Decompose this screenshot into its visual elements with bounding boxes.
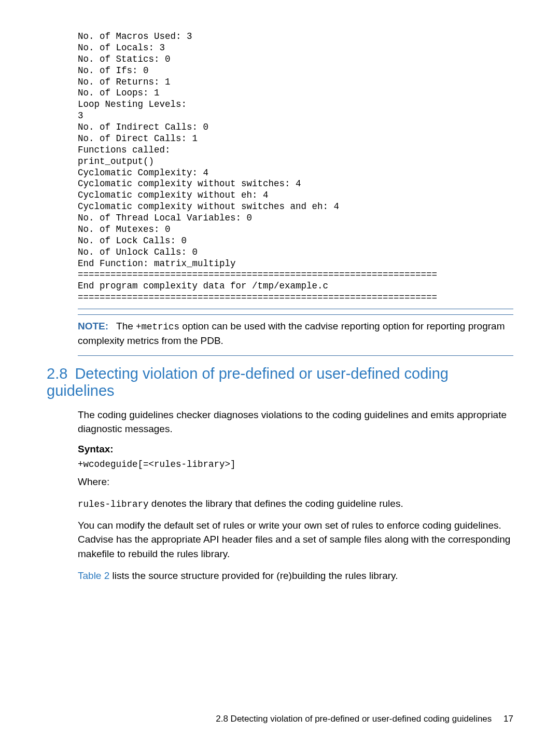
section-title: Detecting violation of pre-defined or us… bbox=[47, 365, 449, 399]
page-number: 17 bbox=[503, 714, 513, 724]
table-post-text: lists the source structure provided for … bbox=[109, 570, 398, 581]
syntax-label: Syntax: bbox=[78, 444, 513, 455]
page-footer: 2.8 Detecting violation of pre-defined o… bbox=[216, 714, 513, 724]
syntax-code: +wcodeguide[=<rules-library>] bbox=[78, 459, 513, 469]
note-rule-top-1 bbox=[78, 309, 513, 309]
note-pre-text: The bbox=[116, 321, 136, 331]
code-listing: No. of Macros Used: 3 No. of Locals: 3 N… bbox=[78, 31, 513, 303]
rules-library-paragraph: rules-library denotes the library that d… bbox=[78, 496, 513, 511]
note-block: NOTE: The +metrics option can be used wi… bbox=[78, 309, 513, 356]
table-reference-paragraph: Table 2 lists the source structure provi… bbox=[78, 569, 513, 583]
rules-library-code: rules-library bbox=[78, 499, 149, 509]
note-inline-code: +metrics bbox=[136, 322, 179, 332]
footer-text: 2.8 Detecting violation of pre-defined o… bbox=[216, 714, 492, 724]
section-number: 2.8 bbox=[47, 365, 67, 382]
section-heading: 2.8 Detecting violation of pre-defined o… bbox=[47, 365, 513, 399]
note-rule-top-2 bbox=[78, 314, 513, 315]
intro-paragraph: The coding guidelines checker diagnoses … bbox=[78, 408, 513, 436]
where-label: Where: bbox=[78, 475, 513, 489]
note-label: NOTE: bbox=[78, 321, 108, 331]
note-rule-bottom bbox=[78, 355, 513, 356]
modify-paragraph: You can modify the default set of rules … bbox=[78, 518, 513, 561]
rules-library-post: denotes the library that defines the cod… bbox=[149, 498, 403, 509]
section-body: The coding guidelines checker diagnoses … bbox=[78, 408, 513, 583]
note-paragraph: NOTE: The +metrics option can be used wi… bbox=[78, 318, 513, 352]
table-link[interactable]: Table 2 bbox=[78, 570, 109, 581]
